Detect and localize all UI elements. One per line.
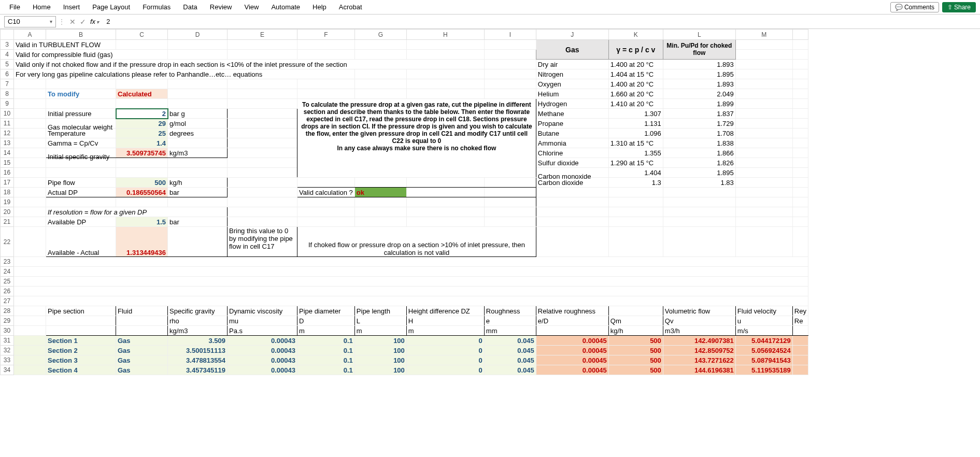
row-header[interactable]: 9 [1, 99, 14, 109]
col-header[interactable]: A [14, 30, 46, 40]
cell[interactable]: Pa.s [228, 326, 297, 336]
cell[interactable]: 1.131 [608, 119, 663, 128]
cell[interactable]: 0.00043 [228, 336, 297, 346]
cell[interactable]: 1.400 at 20 °C [608, 60, 663, 69]
cell[interactable]: 1.307 [608, 109, 663, 119]
col-header[interactable]: G [354, 30, 406, 40]
col-header[interactable]: B [46, 30, 116, 40]
cell[interactable]: 1.895 [663, 168, 735, 178]
cell[interactable]: kg/h [168, 178, 228, 188]
cell[interactable]: Pipe length [354, 306, 406, 316]
cell[interactable]: 500 [608, 355, 663, 365]
cell[interactable]: m [354, 326, 406, 336]
cell[interactable]: Hydrogen [536, 99, 608, 109]
cell[interactable]: 1.5 [116, 217, 168, 227]
cell[interactable]: Propane [536, 119, 608, 128]
row-header[interactable]: 5 [1, 60, 14, 69]
cell[interactable] [608, 306, 663, 316]
cell[interactable]: Gas [116, 346, 168, 355]
cell[interactable]: 0.045 [484, 355, 536, 365]
col-header[interactable]: E [228, 30, 297, 40]
col-header[interactable] [792, 30, 808, 40]
cell[interactable]: e/D [536, 316, 608, 326]
cell[interactable]: 5.044172129 [735, 336, 792, 346]
row-header[interactable]: 21 [1, 217, 14, 227]
cell[interactable]: 0.00043 [228, 365, 297, 375]
cell[interactable]: 1.355 [608, 148, 663, 158]
cell[interactable]: Section 4 [46, 365, 116, 375]
cell[interactable]: 1.290 at 15 °C [608, 158, 663, 168]
cell[interactable]: Gamma = Cp/Cv [46, 138, 116, 148]
cell[interactable]: mu [228, 316, 297, 326]
cell[interactable]: 0 [406, 346, 484, 355]
cell[interactable]: u [735, 316, 792, 326]
cell[interactable]: 1.893 [663, 79, 735, 89]
row-header[interactable]: 15 [1, 158, 14, 168]
row-header[interactable]: 20 [1, 207, 14, 217]
cell[interactable]: Helium [536, 89, 608, 99]
name-box[interactable]: C10 ▾ [4, 16, 56, 27]
col-header[interactable]: C [116, 30, 168, 40]
cell[interactable]: Section 3 [46, 355, 116, 365]
cell[interactable]: Oxygen [536, 79, 608, 89]
col-header[interactable]: L [663, 30, 735, 40]
row-header[interactable]: 22 [1, 227, 14, 257]
cell[interactable]: 25 [116, 128, 168, 138]
cell[interactable]: 0.045 [484, 365, 536, 375]
cell[interactable]: 1.404 [608, 168, 663, 178]
cell[interactable]: 0.00045 [536, 336, 608, 346]
row-header[interactable]: 19 [1, 197, 14, 207]
cell[interactable]: 142.8509752 [663, 346, 735, 355]
row-header[interactable]: 33 [1, 355, 14, 365]
row-header[interactable]: 11 [1, 119, 14, 128]
cell[interactable] [116, 40, 168, 50]
cell[interactable]: 1.4 [116, 138, 168, 148]
cell[interactable]: Butane [536, 128, 608, 138]
row-header[interactable]: 32 [1, 346, 14, 355]
cell[interactable]: kg/m3 [168, 326, 228, 336]
formula-input[interactable]: 2 [101, 18, 980, 25]
cell[interactable]: Section 1 [46, 336, 116, 346]
cell[interactable]: Valid for compressible fluid (gas) [14, 50, 168, 60]
cell[interactable]: 1.899 [663, 99, 735, 109]
cell[interactable]: 5.056924524 [735, 346, 792, 355]
row-header[interactable]: 8 [1, 89, 14, 99]
tab-help[interactable]: Help [307, 2, 332, 12]
tab-home[interactable]: Home [27, 2, 56, 12]
cell[interactable]: 1.893 [663, 60, 735, 69]
cell[interactable]: Specific gravity [168, 306, 228, 316]
share-button[interactable]: ⇧ Share [942, 2, 976, 12]
cell[interactable]: 5.087941543 [735, 355, 792, 365]
cell[interactable]: 0.186550564 [116, 188, 168, 197]
cell[interactable]: Re [792, 316, 808, 326]
cell[interactable]: Pipe flow [46, 178, 116, 188]
cell[interactable]: 0.1 [297, 355, 355, 365]
tab-file[interactable]: File [4, 2, 25, 12]
cell[interactable]: 0.00045 [536, 346, 608, 355]
cell[interactable]: bar [168, 188, 228, 197]
cell[interactable]: 3.457345119 [168, 365, 228, 375]
cell[interactable]: 1.866 [663, 148, 735, 158]
cell[interactable]: H [406, 316, 484, 326]
row-header[interactable]: 31 [1, 336, 14, 346]
cell[interactable]: Section 2 [46, 346, 116, 355]
sheet-area[interactable]: A B C D E F G H I J K L M 3 Valid in TUR… [0, 29, 980, 375]
cell[interactable]: Pipe section [46, 306, 116, 316]
cell[interactable]: 1.708 [663, 128, 735, 138]
row-header[interactable]: 10 [1, 109, 14, 119]
cell[interactable]: m3/h [663, 326, 735, 336]
cell[interactable]: 1.837 [663, 109, 735, 119]
cell[interactable]: Initial specific gravity [46, 148, 116, 158]
cell[interactable]: 2.049 [663, 89, 735, 99]
cell[interactable]: 1.826 [663, 158, 735, 168]
cell[interactable]: Methane [536, 109, 608, 119]
cell[interactable]: 3.500151113 [168, 346, 228, 355]
tab-acrobat[interactable]: Acrobat [334, 2, 367, 12]
cancel-icon[interactable]: ✕ [67, 18, 78, 26]
cell[interactable]: Gas molecular weight [46, 119, 116, 128]
cell[interactable]: Fluid velocity [735, 306, 792, 316]
cell[interactable]: 500 [608, 346, 663, 355]
col-header[interactable]: K [608, 30, 663, 40]
cell[interactable]: kg/h [608, 326, 663, 336]
cell[interactable]: 142.4907381 [663, 336, 735, 346]
